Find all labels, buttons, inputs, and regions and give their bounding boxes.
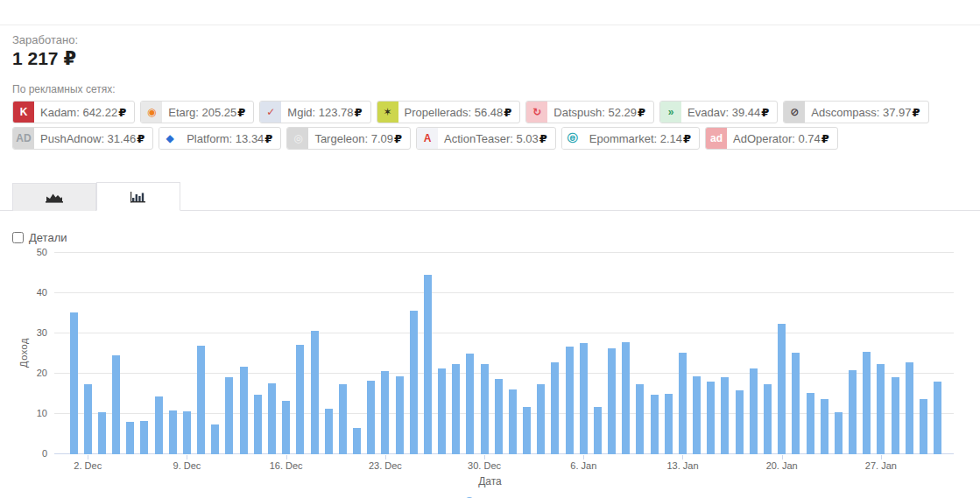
chart-bar[interactable] [679,353,687,454]
chart-bar[interactable] [353,428,361,454]
chart-bar[interactable] [665,394,673,454]
chart-bar[interactable] [126,422,134,454]
tab-bar-chart[interactable] [96,182,180,211]
chart-bar[interactable] [325,409,333,454]
chart-bar[interactable] [835,412,843,454]
network-badge-label: Epommarket: 2.14 [589,132,682,145]
y-tick-label: 0 [42,448,47,459]
chart-bars: 2. Dec9. Dec16. Dec23. Dec30. Dec6. Jan1… [54,251,954,454]
tab-area-chart[interactable] [12,183,96,211]
chart-bar[interactable] [636,384,644,454]
earned-amount: 1 217 [12,48,59,68]
chart-bar[interactable] [566,347,574,454]
network-logo-icon: ↻ [526,102,547,123]
chart-bar[interactable] [282,401,290,454]
network-logo-icon: ✶ [377,102,398,123]
ruble-sign: ₽ [683,132,691,145]
chart-bar[interactable] [920,399,927,454]
chart-bar[interactable] [183,411,191,454]
chart-bar-slot [123,251,137,454]
chart-bar[interactable] [254,395,262,454]
ruble-sign: ₽ [761,106,769,119]
network-badges: K Kadam: 642.22 ₽ ◉ Etarg: 205.25 ₽ ✓ Mg… [12,101,968,150]
chart-bar[interactable] [140,421,148,454]
chart-bar[interactable] [481,364,489,454]
chart-bar[interactable] [863,352,871,454]
chart-bar[interactable] [367,381,375,454]
chart-bar[interactable] [509,389,517,454]
chart-bar[interactable] [169,410,177,454]
network-badge[interactable]: ⓔ Epommarket: 2.14 ₽ [561,127,700,150]
chart-bar[interactable] [240,367,248,454]
chart-bar[interactable] [424,275,432,454]
network-badge[interactable]: ◎ Targeleon: 7.09 ₽ [286,127,411,150]
chart-bar[interactable] [381,371,389,454]
chart-bar-slot [534,251,548,454]
chart-bar-slot [152,251,166,454]
chart-bar[interactable] [778,324,786,454]
chart-bar[interactable] [594,407,602,454]
network-badge[interactable]: ◆ Platform: 13.34 ₽ [159,127,281,150]
chart-bar[interactable] [70,312,78,454]
chart-bar[interactable] [693,376,701,454]
chart-bar[interactable] [877,364,885,454]
chart-bar[interactable] [892,377,899,454]
chart-bar[interactable] [438,368,446,454]
chart-bar[interactable] [792,353,800,454]
ruble-sign: ₽ [638,106,645,119]
network-badge[interactable]: ◉ Etarg: 205.25 ₽ [140,101,254,123]
dashboard-content: Заработано: 1 217 ₽ По рекламных сетях: … [0,33,980,498]
network-badge-label: Evadav: 39.44 [687,106,760,119]
chart-bar[interactable] [466,354,474,454]
chart-bar-slot [420,251,434,454]
chart-bar[interactable] [764,384,772,455]
chart-bar[interactable] [736,390,744,454]
chart-bar[interactable] [410,311,418,454]
chart-bar[interactable] [225,377,233,454]
chart-bar[interactable] [311,331,319,454]
x-tick-mark [782,455,783,459]
chart-bar-slot [335,251,349,454]
chart-bar[interactable] [651,395,659,454]
chart-bar[interactable] [707,382,715,454]
chart-bar[interactable] [339,384,347,454]
chart-bar[interactable] [197,346,205,454]
network-badge[interactable]: ✶ Propellerads: 56.48 ₽ [377,101,521,123]
chart-bar[interactable] [155,396,163,454]
network-badge[interactable]: A ActionTeaser: 5.03 ₽ [416,127,556,150]
chart-bar-slot: 16. Dec [279,251,293,454]
y-tick-label: 10 [37,408,47,418]
chart-bar[interactable] [211,424,219,455]
chart-bar[interactable] [523,407,531,454]
chart-bar[interactable] [296,345,304,454]
network-badge[interactable]: » Evadav: 39.44 ₽ [659,101,778,123]
chart-bar[interactable] [608,348,616,454]
network-logo-icon: ad [706,128,727,149]
network-badge[interactable]: ✓ Mgid: 123.78 ₽ [259,101,370,123]
chart-bar[interactable] [537,384,545,455]
network-badge[interactable]: ↻ Datspush: 52.29 ₽ [525,101,654,123]
network-badge[interactable]: K Kadam: 642.22 ₽ [12,101,135,123]
chart-bar[interactable] [622,342,630,454]
chart-bar[interactable] [112,355,120,454]
area-chart-icon [44,191,65,205]
chart-bar[interactable] [807,393,814,454]
chart-bar[interactable] [268,383,276,454]
chart-bar[interactable] [495,379,503,454]
network-badge[interactable]: ad AdOperator: 0.74 ₽ [705,127,838,150]
chart-bar[interactable] [906,362,913,454]
chart-bar[interactable] [84,384,92,454]
chart-bar[interactable] [821,399,828,454]
network-badge[interactable]: ⊘ Adscompass: 37.97 ₽ [783,101,928,123]
chart-bar[interactable] [551,362,559,454]
network-badge[interactable]: AD PushAdnow: 31.46 ₽ [12,127,153,150]
chart-bar[interactable] [849,370,857,454]
chart-bar[interactable] [98,412,106,454]
chart-bar[interactable] [452,364,460,454]
chart-bar[interactable] [934,382,941,454]
chart-bar[interactable] [721,377,729,454]
details-checkbox[interactable] [12,232,24,243]
chart-bar[interactable] [750,368,758,454]
chart-bar[interactable] [580,343,588,454]
chart-bar[interactable] [396,376,404,454]
